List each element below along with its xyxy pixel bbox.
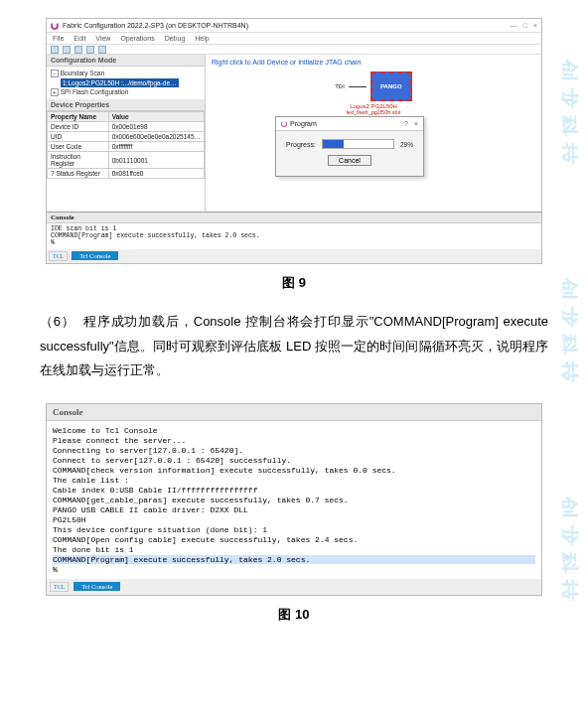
- progress-bar: [322, 139, 394, 149]
- toolbar-icon[interactable]: [98, 46, 106, 54]
- stage-hint: Right click to Add Device or Initialize …: [212, 59, 541, 66]
- close-button[interactable]: ×: [533, 22, 537, 29]
- menu-view[interactable]: View: [95, 35, 110, 42]
- console-line: Connecting to server[127.0.0.1 : 65420].: [53, 446, 535, 455]
- step-text: 程序成功加载后，Console 控制台将会打印显示"COMMAND[Progra…: [40, 314, 548, 377]
- toolbar-icon[interactable]: [63, 46, 71, 54]
- cancel-button[interactable]: Cancel: [328, 155, 371, 166]
- toolbar-icon[interactable]: [86, 46, 94, 54]
- menu-help[interactable]: Help: [195, 35, 209, 42]
- step-paragraph: （6）程序成功加载后，Console 控制台将会打印显示"COMMAND[Pro…: [40, 310, 548, 383]
- menu-edit[interactable]: Edit: [74, 35, 85, 42]
- app-icon: [51, 22, 59, 30]
- tree-item[interactable]: +SPI Flash Configuration: [51, 88, 201, 96]
- config-tree-header: Configuration Mode: [47, 55, 205, 67]
- expand-icon[interactable]: +: [51, 88, 59, 96]
- app-window-fig9: Fabric Configuration 2022.2-SP3 (on DESK…: [46, 18, 542, 264]
- console-line: Welcome to Tcl Console: [53, 426, 535, 435]
- menu-debug[interactable]: Debug: [165, 35, 186, 42]
- tcl-badge: TCL: [50, 582, 69, 592]
- jtag-stage[interactable]: Right click to Add Device or Initialize …: [206, 55, 541, 212]
- console-line: This device configure situation (done bi…: [53, 525, 535, 534]
- menu-operations[interactable]: Operations: [120, 35, 154, 42]
- tree-item[interactable]: 1:Logos2:PG2L50H :.../demo/fpga-de…: [51, 78, 201, 87]
- col-property: Property Name: [48, 112, 109, 122]
- console-line: COMMAND[Open config cable] execute succe…: [53, 535, 535, 544]
- table-row: UID0x006e600e0e0e0a2025145…: [48, 132, 205, 142]
- window-title: Fabric Configuration 2022.2-SP3 (on DESK…: [63, 22, 248, 29]
- console-body[interactable]: Welcome to Tcl ConsolePlease connect the…: [47, 421, 541, 579]
- console-line: PG2L50H: [53, 515, 535, 524]
- dialog-icon: [281, 121, 287, 127]
- toolbar-icon[interactable]: [51, 46, 59, 54]
- tcl-badge: TCL: [49, 251, 68, 261]
- minimize-button[interactable]: —: [511, 22, 517, 29]
- titlebar: Fabric Configuration 2022.2-SP3 (on DESK…: [47, 19, 541, 33]
- maximize-button[interactable]: □: [523, 22, 527, 29]
- properties-header: Device Properties: [47, 99, 205, 111]
- menubar: File Edit View Operations Debug Help: [47, 33, 541, 45]
- progress-percent: 29%: [400, 141, 413, 148]
- console-line: IDE scan bit is 1: [51, 225, 537, 232]
- figure-caption-10: 图 10: [40, 606, 548, 624]
- tcl-console-tab[interactable]: Tcl Console: [74, 582, 120, 591]
- watermark: 创龙科技 创龙科技 创龙科技: [562, 0, 588, 671]
- table-row: User Code0xffffffff: [48, 142, 205, 152]
- figure-caption-9: 图 9: [40, 274, 548, 292]
- table-row: Device ID0x00e01e98: [48, 122, 205, 132]
- tcl-console-tab[interactable]: Tcl Console: [72, 251, 118, 260]
- console-line: %: [51, 239, 537, 246]
- console-line: Cable index 0:USB Cable II/fffffffffffff…: [53, 486, 535, 495]
- step-number: （6）: [40, 314, 75, 329]
- table-row: ? Status Register0x081ffce0: [48, 169, 205, 179]
- console-line: COMMAND[check version information] execu…: [53, 466, 535, 475]
- device-properties-panel: Device Properties Property NameValue Dev…: [47, 99, 205, 212]
- console-header: Console: [47, 213, 541, 223]
- tree-item[interactable]: -Boundary Scan: [51, 70, 201, 77]
- dialog-help-button[interactable]: ?: [404, 120, 408, 127]
- chip-label-2: led_flash_pg2l50h.sbit: [347, 109, 401, 115]
- console-line: Please connect the server...: [53, 436, 535, 445]
- config-tree: -Boundary Scan 1:Logos2:PG2L50H :.../dem…: [47, 67, 205, 99]
- console-line: PANGO USB CABLE II cable driver: D2XX DL…: [53, 505, 535, 514]
- console-line: The done bit is 1: [53, 545, 535, 554]
- device-chip[interactable]: PANGO: [370, 71, 412, 101]
- dialog-close-button[interactable]: ×: [414, 120, 418, 127]
- console-line: COMMAND[Program] execute successfully, t…: [51, 232, 537, 239]
- col-value: Value: [108, 112, 204, 122]
- collapse-icon[interactable]: -: [51, 70, 59, 77]
- menu-file[interactable]: File: [53, 35, 64, 42]
- console-line: COMMAND[get_cable_paras] execute success…: [53, 496, 535, 504]
- table-row: Instruction Register0b01110001: [48, 152, 205, 169]
- console-line-highlight: COMMAND[Program] execute successfully, t…: [53, 555, 535, 564]
- toolbar: [47, 45, 541, 55]
- console-header: Console: [47, 404, 541, 421]
- dialog-title: Program: [290, 120, 317, 127]
- progress-label: Progress:: [286, 141, 316, 148]
- console-prompt: %: [53, 565, 535, 574]
- console-body[interactable]: IDE scan bit is 1 COMMAND[Program] execu…: [47, 223, 541, 249]
- console-line: The cable list :: [53, 476, 535, 485]
- toolbar-icon[interactable]: [74, 46, 82, 54]
- tdi-label: TDI: [335, 83, 345, 89]
- console-panel: Console IDE scan bit is 1 COMMAND[Progra…: [47, 212, 541, 263]
- console-window-fig10: Console Welcome to Tcl ConsolePlease con…: [46, 403, 542, 596]
- program-dialog: Program ? × Progress: 29% Cancel: [275, 116, 424, 177]
- console-line: Connect to server[127.0.0.1 : 65420] suc…: [53, 456, 535, 465]
